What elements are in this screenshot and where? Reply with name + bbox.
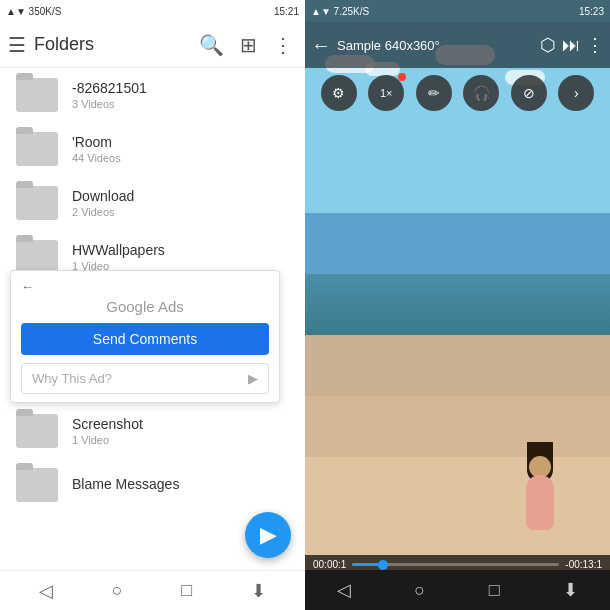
player-controls-top: ⚙ 1× ✏ 🎧 ⊘ ›	[305, 68, 610, 118]
settings-control-button[interactable]: ⚙	[321, 75, 357, 111]
ads-why-icon[interactable]: ▶	[248, 371, 258, 386]
body	[526, 475, 554, 530]
more-options-icon[interactable]: ⋮	[269, 29, 297, 61]
right-time: 15:23	[579, 6, 604, 17]
right-signal: ▲▼ 7.25K/S	[311, 6, 369, 17]
folder-item[interactable]: Download 2 Videos	[0, 176, 305, 230]
folder-item[interactable]: Screenshot 1 Video	[0, 404, 305, 458]
folder-name: Blame Messages	[72, 476, 179, 492]
subtitle-control-button[interactable]: ⊘	[511, 75, 547, 111]
ads-back-icon: ←	[21, 279, 34, 294]
folder-info: Blame Messages	[72, 476, 179, 494]
folder-count: 2 Videos	[72, 206, 134, 218]
folder-item[interactable]: -826821501 3 Videos	[0, 68, 305, 122]
folder-info: Download 2 Videos	[72, 188, 134, 218]
edit-icon: ✏	[428, 85, 440, 101]
headphones-icon: 🎧	[473, 85, 490, 101]
home-nav-icon[interactable]: ○	[112, 580, 123, 601]
menu-icon[interactable]: ☰	[8, 33, 26, 57]
left-signal: ▲▼ 350K/S	[6, 6, 61, 17]
send-comments-button[interactable]: Send Comments	[21, 323, 269, 355]
left-time: 15:21	[274, 6, 299, 17]
left-toolbar: ☰ Folders 🔍 ⊞ ⋮	[0, 22, 305, 68]
right-bottom-nav: ◁ ○ □ ⬇	[305, 570, 610, 610]
left-statusbar: ▲▼ 350K/S 15:21	[0, 0, 305, 22]
girl-figure	[510, 430, 570, 530]
edit-control-button[interactable]: ✏	[416, 75, 452, 111]
back-nav-icon[interactable]: ◁	[337, 579, 351, 601]
folder-title: Folders	[34, 34, 187, 55]
folder-item[interactable]: Blame Messages	[0, 458, 305, 512]
folder-icon	[16, 240, 58, 274]
progress-track[interactable]	[352, 563, 559, 566]
folder-info: Screenshot 1 Video	[72, 416, 143, 446]
ads-why-text: Why This Ad?	[32, 371, 112, 386]
folder-name: Download	[72, 188, 134, 204]
subtitle-icon: ⊘	[523, 85, 535, 101]
time-start: 00:00:1	[313, 559, 346, 570]
folder-name: -826821501	[72, 80, 147, 96]
folder-icon	[16, 78, 58, 112]
more-control-button[interactable]: ›	[558, 75, 594, 111]
folder-name: HWWallpapers	[72, 242, 165, 258]
more-options-icon[interactable]: ⋮	[586, 34, 604, 56]
download-nav-icon[interactable]: ⬇	[563, 579, 578, 601]
back-button[interactable]: ←	[311, 34, 331, 57]
right-panel: ▲▼ 7.25K/S 15:23 ← Sample 640x360° ⬡ ⏭ ⋮…	[305, 0, 610, 610]
player-bottom: 00:00:1 -00:13:1 🔒 ⏮ ⏸ ⏭ ⬜ ⤢ ◁ ○ □ ⬇	[305, 555, 610, 610]
grid-view-icon[interactable]: ⊞	[236, 29, 261, 61]
folder-name: 'Room	[72, 134, 121, 150]
progress-thumb[interactable]	[378, 560, 388, 570]
folder-item[interactable]: 'Room 44 Videos	[0, 122, 305, 176]
search-icon[interactable]: 🔍	[195, 29, 228, 61]
folder-icon	[16, 132, 58, 166]
ads-back-button[interactable]: ←	[21, 279, 269, 294]
folder-count: 1 Video	[72, 434, 143, 446]
folder-icon	[16, 186, 58, 220]
folder-info: HWWallpapers 1 Video	[72, 242, 165, 272]
badge	[398, 73, 406, 81]
audio-control-button[interactable]: 🎧	[463, 75, 499, 111]
left-panel: ▲▼ 350K/S 15:21 ☰ Folders 🔍 ⊞ ⋮ -8268215…	[0, 0, 305, 610]
speed-label: 1×	[380, 87, 393, 99]
ads-why-row: Why This Ad? ▶	[21, 363, 269, 394]
video-title: Sample 640x360°	[337, 38, 534, 53]
right-toolbar: ← Sample 640x360° ⬡ ⏭ ⋮	[305, 22, 610, 68]
folder-count: 3 Videos	[72, 98, 147, 110]
speed-control-button[interactable]: 1×	[368, 75, 404, 111]
settings-icon: ⚙	[332, 85, 345, 101]
ads-title: Google Ads	[21, 298, 269, 315]
recents-nav-icon[interactable]: □	[181, 580, 192, 601]
recents-nav-icon[interactable]: □	[489, 580, 500, 601]
play-fab[interactable]: ▶	[245, 512, 291, 558]
cast-icon[interactable]: ⬡	[540, 34, 556, 56]
time-end: -00:13:1	[565, 559, 602, 570]
folder-name: Screenshot	[72, 416, 143, 432]
home-nav-icon[interactable]: ○	[414, 580, 425, 601]
right-statusbar: ▲▼ 7.25K/S 15:23	[305, 0, 610, 22]
folder-info: -826821501 3 Videos	[72, 80, 147, 110]
folder-count: 44 Videos	[72, 152, 121, 164]
play-icon: ▶	[260, 522, 277, 548]
folder-icon	[16, 414, 58, 448]
left-bottom-nav: ◁ ○ □ ⬇	[0, 570, 305, 610]
download-nav-icon[interactable]: ⬇	[251, 580, 266, 602]
forward-icon[interactable]: ⏭	[562, 35, 580, 56]
ads-overlay: ← Google Ads Send Comments Why This Ad? …	[10, 270, 280, 403]
folder-info: 'Room 44 Videos	[72, 134, 121, 164]
folder-icon	[16, 468, 58, 502]
chevron-right-icon: ›	[574, 85, 579, 101]
back-nav-icon[interactable]: ◁	[39, 580, 53, 602]
